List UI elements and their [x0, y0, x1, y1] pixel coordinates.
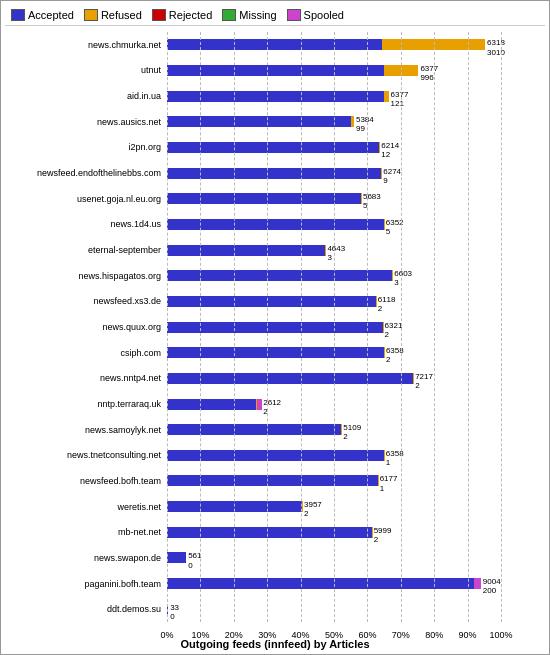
bar-numbers: 59992 [374, 526, 392, 544]
bar-segment-accepted [167, 527, 372, 538]
bar-numbers: 46433 [327, 244, 345, 262]
bar-track: 9004200 [167, 578, 501, 589]
bar-track: 39572 [167, 501, 501, 512]
bar-row: 330 [167, 596, 501, 622]
bar-numbers: 5610 [188, 551, 201, 569]
y-label: news.tnetconsulting.net [5, 443, 165, 469]
bar-segment-accepted [167, 604, 168, 615]
y-label: ddt.demos.su [5, 596, 165, 622]
bar-numbers: 6377996 [420, 64, 438, 82]
bar-track: 63212 [167, 322, 501, 333]
bar-row: 39572 [167, 494, 501, 520]
bar-track: 5610 [167, 552, 501, 563]
y-label: news.quux.org [5, 314, 165, 340]
bar-segment-refused [378, 475, 379, 486]
bar-row: 51092 [167, 417, 501, 443]
bar-row: 63212 [167, 314, 501, 340]
y-label: news.swapon.de [5, 545, 165, 571]
bar-numbers: 66033 [394, 269, 412, 287]
bar-track: 61182 [167, 296, 501, 307]
bar-segment-spooled [474, 578, 481, 589]
legend-item-spooled: Spooled [287, 9, 344, 21]
bar-track: 51092 [167, 424, 501, 435]
bar-track: 56835 [167, 193, 501, 204]
bar-segment-refused [325, 245, 326, 256]
legend-item-missing: Missing [222, 9, 276, 21]
legend-color-accepted [11, 9, 25, 21]
chart-container: AcceptedRefusedRejectedMissingSpooled 63… [0, 0, 550, 655]
bar-numbers: 63525 [386, 218, 404, 236]
legend-label-accepted: Accepted [28, 9, 74, 21]
bar-segment-refused [341, 424, 342, 435]
bar-row: 63183010 [167, 32, 501, 58]
legend-item-refused: Refused [84, 9, 142, 21]
bar-segment-refused [372, 527, 373, 538]
legend-item-rejected: Rejected [152, 9, 212, 21]
bar-segment-refused [382, 39, 485, 50]
chart-title: Outgoing feeds (innfeed) by Articles [180, 638, 369, 650]
bar-segment-accepted [167, 424, 341, 435]
y-label: weretis.net [5, 494, 165, 520]
y-label: utnut [5, 58, 165, 84]
bar-row: 621412 [167, 135, 501, 161]
bar-segment-accepted [167, 347, 384, 358]
x-tick: 100% [489, 630, 512, 640]
bar-segment-refused [376, 296, 377, 307]
bar-row: 6377121 [167, 83, 501, 109]
bar-track: 66033 [167, 270, 501, 281]
bar-segment-accepted [167, 116, 351, 127]
bar-track: 330 [167, 604, 501, 615]
bar-segment-accepted [167, 142, 379, 153]
bar-row: 66033 [167, 263, 501, 289]
bar-track: 61771 [167, 475, 501, 486]
bar-row: 6377996 [167, 58, 501, 84]
bar-segment-accepted [167, 578, 474, 589]
bar-row: 5610 [167, 545, 501, 571]
bar-segment-accepted [167, 501, 302, 512]
bar-numbers: 61182 [378, 295, 396, 313]
y-label: aid.in.ua [5, 83, 165, 109]
bar-segment-refused [383, 322, 384, 333]
y-label: newsfeed.xs3.de [5, 289, 165, 315]
bar-segment-accepted [167, 322, 383, 333]
bar-segment-refused [302, 501, 303, 512]
y-label: usenet.goja.nl.eu.org [5, 186, 165, 212]
bar-numbers: 330 [170, 603, 179, 621]
bar-segment-accepted [167, 399, 256, 410]
bar-track: 59992 [167, 527, 501, 538]
y-label: nntp.terraraq.uk [5, 391, 165, 417]
bar-segment-accepted [167, 450, 384, 461]
bar-numbers: 72172 [415, 372, 433, 390]
bar-segment-refused [381, 168, 382, 179]
y-label: news.samoylyk.net [5, 417, 165, 443]
bar-row: 63581 [167, 443, 501, 469]
x-tick: 90% [459, 630, 477, 640]
bar-track: 62749 [167, 168, 501, 179]
bar-track: 6377996 [167, 65, 501, 76]
bar-track: 63525 [167, 219, 501, 230]
bar-row: 26122 [167, 391, 501, 417]
bar-segment-refused [351, 116, 354, 127]
bar-segment-refused [384, 450, 385, 461]
bar-segment-accepted [167, 296, 376, 307]
y-label: news.hispagatos.org [5, 263, 165, 289]
legend: AcceptedRefusedRejectedMissingSpooled [5, 5, 545, 26]
legend-label-spooled: Spooled [304, 9, 344, 21]
bar-row: 9004200 [167, 571, 501, 597]
y-label: i2pn.org [5, 135, 165, 161]
bar-segment-refused [379, 142, 380, 153]
bar-numbers: 6377121 [391, 90, 409, 108]
bar-numbers: 39572 [304, 500, 322, 518]
bar-segment-refused [384, 65, 418, 76]
y-label: news.1d4.us [5, 212, 165, 238]
bar-numbers: 62749 [383, 167, 401, 185]
bar-segment-accepted [167, 168, 381, 179]
y-label: newsfeed.bofh.team [5, 468, 165, 494]
bar-row: 538499 [167, 109, 501, 135]
bar-track: 538499 [167, 116, 501, 127]
legend-color-missing [222, 9, 236, 21]
legend-label-missing: Missing [239, 9, 276, 21]
bar-track: 621412 [167, 142, 501, 153]
y-label: eternal-september [5, 237, 165, 263]
legend-label-rejected: Rejected [169, 9, 212, 21]
